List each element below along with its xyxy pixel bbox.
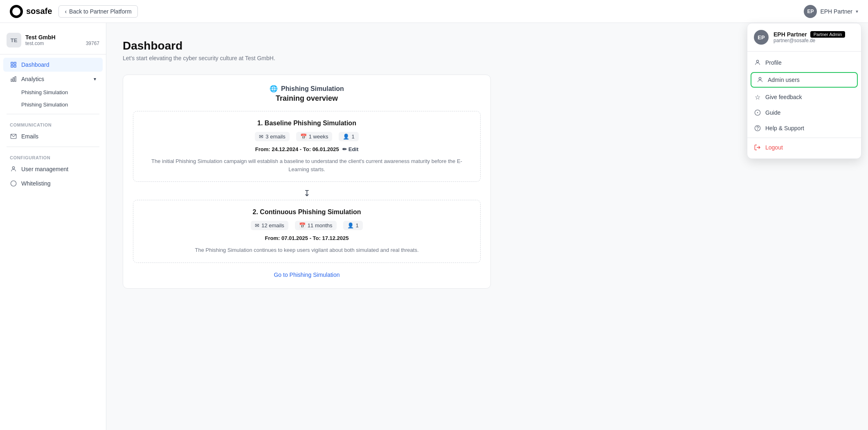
org-header: TE Test GmbH test.com 39767 [7, 33, 99, 48]
sidebar-item-user-management[interactable]: User management [3, 162, 103, 176]
svg-point-13 [757, 112, 758, 113]
chevron-down-icon: ▾ [94, 76, 96, 82]
logout-icon [754, 144, 761, 151]
sim1-title: 1. Baseline Phishing Simulation [142, 120, 472, 127]
svg-rect-5 [13, 78, 14, 81]
dropdown-header: EP EPH Partner Partner Admin partner@sos… [747, 23, 861, 52]
svg-point-8 [12, 167, 14, 169]
dropdown-user-email: partner@sosafe.de [774, 38, 855, 43]
sidebar-item-dashboard[interactable]: Dashboard [3, 58, 103, 72]
dropdown-item-admin-users[interactable]: Admin users [751, 72, 858, 88]
svg-rect-1 [14, 62, 16, 64]
logout-label: Logout [765, 144, 783, 151]
sim2-date: From: 07.01.2025 - To: 17.12.2025 [142, 235, 472, 241]
dropdown-divider [747, 138, 861, 138]
sidebar-sub-phishing-sim-2[interactable]: Phishing Simulation [3, 99, 103, 111]
partner-menu-trigger[interactable]: EP EPH Partner ▾ [804, 5, 858, 18]
go-to-phishing-link[interactable]: Go to Phishing Simulation [133, 271, 481, 278]
dropdown-item-logout[interactable]: Logout [747, 140, 861, 155]
svg-point-10 [756, 60, 758, 62]
sidebar-item-analytics[interactable]: Analytics ▾ [3, 72, 103, 86]
dropdown-guide-label: Guide [765, 109, 780, 116]
globe-icon: 🌐 [270, 85, 278, 93]
svg-point-15 [758, 129, 758, 130]
user-icon: 👤 [347, 222, 354, 229]
card-header: 🌐 Phishing Simulation [133, 85, 481, 93]
sidebar-item-whitelisting[interactable]: Whitelisting [3, 177, 103, 190]
dropdown-items: Profile Admin users ☆ Give feedback Guid… [747, 52, 861, 158]
layout: TE Test GmbH test.com 39767 Dashboard A [0, 0, 868, 430]
sim1-box: 1. Baseline Phishing Simulation ✉ 3 emai… [133, 111, 481, 182]
dropdown-item-guide[interactable]: Guide [747, 105, 861, 120]
email-icon: ✉ [255, 222, 259, 229]
dashboard-icon [10, 61, 17, 68]
svg-rect-6 [15, 77, 16, 81]
sidebar-item-label: Analytics [21, 76, 44, 82]
card-header-title: Phishing Simulation [281, 85, 344, 93]
star-icon: ☆ [754, 93, 761, 101]
section-label-communication: Communication [0, 118, 106, 129]
section-label-configuration: Configuration [0, 150, 106, 162]
sim1-users: 👤 1 [339, 132, 358, 141]
logo-icon [10, 5, 23, 18]
svg-rect-4 [11, 79, 12, 81]
email-icon [10, 133, 17, 140]
user-icon [754, 59, 761, 66]
sim2-title: 2. Continuous Phishing Simulation [142, 208, 472, 216]
page-subtitle: Let's start elevating the cyber security… [123, 55, 852, 61]
svg-point-9 [11, 181, 16, 186]
dropdown-profile-label: Profile [765, 59, 782, 66]
svg-rect-0 [11, 62, 13, 64]
sidebar: TE Test GmbH test.com 39767 Dashboard A [0, 23, 106, 430]
partner-avatar: EP [804, 5, 817, 18]
edit-icon: ✏ [342, 146, 347, 152]
calendar-icon: 📅 [299, 222, 306, 229]
org-name: Test GmbH [25, 34, 99, 41]
sim2-users: 👤 1 [343, 221, 363, 230]
svg-point-11 [759, 77, 761, 79]
org-domain: test.com [25, 41, 44, 46]
svg-rect-2 [11, 65, 13, 67]
calendar-icon: 📅 [300, 134, 307, 140]
org-section: TE Test GmbH test.com 39767 [0, 29, 106, 54]
sidebar-item-label: User management [21, 166, 68, 172]
email-icon: ✉ [259, 134, 263, 140]
sidebar-item-label: Dashboard [21, 61, 49, 68]
chevron-down-icon: ▾ [856, 9, 858, 14]
top-navbar: sosafe ‹ Back to Partner Platform EP EPH… [0, 0, 868, 23]
analytics-icon [10, 75, 17, 83]
divider [7, 114, 99, 114]
dropdown-menu: EP EPH Partner Partner Admin partner@sos… [747, 23, 861, 159]
sim2-meta: ✉ 12 emails 📅 11 months 👤 1 [142, 221, 472, 230]
dropdown-item-give-feedback[interactable]: ☆ Give feedback [747, 89, 861, 105]
logo: sosafe [10, 5, 52, 18]
help-icon [754, 124, 761, 132]
sim1-edit-button[interactable]: ✏ Edit [342, 146, 359, 152]
partner-name: EPH Partner [820, 8, 852, 15]
shield-icon [10, 180, 17, 187]
page-title: Dashboard [123, 39, 852, 52]
org-sub: test.com 39767 [25, 41, 99, 46]
org-id: 39767 [86, 41, 99, 46]
back-to-partner-button[interactable]: ‹ Back to Partner Platform [58, 5, 137, 18]
back-button-label: Back to Partner Platform [69, 8, 132, 15]
user-icon: 👤 [343, 134, 349, 140]
sim1-description: The initial Phishing Simulation campaign… [142, 157, 472, 173]
sidebar-item-label: Whitelisting [21, 180, 51, 187]
sidebar-sub-phishing-sim-1[interactable]: Phishing Simulation [3, 86, 103, 98]
training-overview-title: Training overview [133, 94, 481, 103]
dropdown-item-help-support[interactable]: Help & Support [747, 120, 861, 136]
svg-rect-3 [14, 65, 16, 67]
sim1-weeks: 📅 1 weeks [296, 132, 333, 141]
partner-admin-badge: Partner Admin [810, 31, 846, 38]
sidebar-item-label: Emails [21, 133, 38, 140]
dropdown-feedback-label: Give feedback [765, 94, 802, 100]
user-icon [10, 165, 17, 173]
sidebar-item-emails[interactable]: Emails [3, 129, 103, 143]
dropdown-item-profile[interactable]: Profile [747, 55, 861, 70]
admin-users-icon [756, 76, 764, 84]
sim2-months: 📅 11 months [295, 221, 337, 230]
org-avatar: TE [7, 33, 21, 48]
dropdown-user-name: EPH Partner [774, 31, 807, 38]
sim1-emails: ✉ 3 emails [255, 132, 289, 141]
